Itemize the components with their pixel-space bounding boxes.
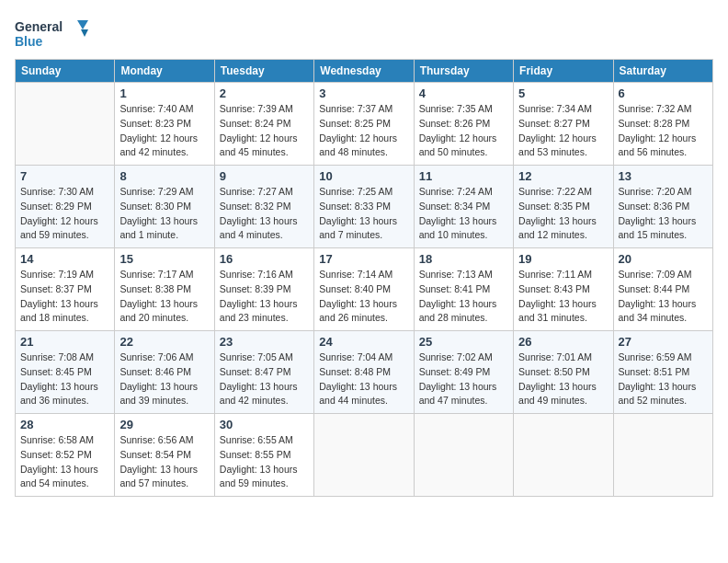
day-number: 3 xyxy=(319,86,408,100)
day-detail: Sunrise: 7:24 AMSunset: 8:34 PMDaylight:… xyxy=(419,185,508,243)
calendar-week-1: 1Sunrise: 7:40 AMSunset: 8:23 PMDaylight… xyxy=(16,83,713,166)
day-detail: Sunrise: 7:37 AMSunset: 8:25 PMDaylight:… xyxy=(319,102,408,160)
day-detail: Sunrise: 7:32 AMSunset: 8:28 PMDaylight:… xyxy=(619,102,708,160)
day-detail: Sunrise: 7:13 AMSunset: 8:41 PMDaylight:… xyxy=(419,268,508,326)
calendar-header-row: SundayMondayTuesdayWednesdayThursdayFrid… xyxy=(16,60,713,83)
day-number: 25 xyxy=(419,335,508,349)
header-wednesday: Wednesday xyxy=(314,60,414,83)
day-detail: Sunrise: 7:05 AMSunset: 8:47 PMDaylight:… xyxy=(220,350,309,408)
calendar-week-4: 21Sunrise: 7:08 AMSunset: 8:45 PMDayligh… xyxy=(16,331,713,414)
calendar-cell: 15Sunrise: 7:17 AMSunset: 8:38 PMDayligh… xyxy=(115,248,214,331)
day-detail: Sunrise: 7:35 AMSunset: 8:26 PMDaylight:… xyxy=(419,102,508,160)
day-detail: Sunrise: 7:22 AMSunset: 8:35 PMDaylight:… xyxy=(518,185,608,243)
day-detail: Sunrise: 7:27 AMSunset: 8:32 PMDaylight:… xyxy=(220,185,309,243)
calendar-cell: 10Sunrise: 7:25 AMSunset: 8:33 PMDayligh… xyxy=(314,166,414,248)
day-detail: Sunrise: 7:04 AMSunset: 8:48 PMDaylight:… xyxy=(319,350,408,408)
day-number: 22 xyxy=(119,335,209,349)
calendar-cell: 30Sunrise: 6:55 AMSunset: 8:55 PMDayligh… xyxy=(214,414,313,497)
day-number: 15 xyxy=(119,252,209,266)
day-detail: Sunrise: 7:11 AMSunset: 8:43 PMDaylight:… xyxy=(518,268,608,326)
calendar-cell xyxy=(16,83,115,166)
day-number: 23 xyxy=(220,335,309,349)
day-number: 27 xyxy=(619,335,708,349)
day-number: 7 xyxy=(20,169,109,183)
calendar-cell: 4Sunrise: 7:35 AMSunset: 8:26 PMDaylight… xyxy=(414,83,513,166)
header-saturday: Saturday xyxy=(613,60,712,83)
day-number: 8 xyxy=(119,169,209,183)
calendar-cell xyxy=(613,414,712,497)
header-sunday: Sunday xyxy=(16,60,115,83)
day-number: 19 xyxy=(518,252,608,266)
day-detail: Sunrise: 7:29 AMSunset: 8:30 PMDaylight:… xyxy=(119,185,209,243)
calendar-cell: 6Sunrise: 7:32 AMSunset: 8:28 PMDaylight… xyxy=(613,83,712,166)
day-number: 10 xyxy=(319,169,408,183)
calendar-cell: 18Sunrise: 7:13 AMSunset: 8:41 PMDayligh… xyxy=(414,248,513,331)
day-number: 11 xyxy=(419,169,508,183)
day-number: 1 xyxy=(119,86,209,100)
day-detail: Sunrise: 7:25 AMSunset: 8:33 PMDaylight:… xyxy=(319,185,408,243)
day-detail: Sunrise: 7:09 AMSunset: 8:44 PMDaylight:… xyxy=(619,268,708,326)
calendar-week-2: 7Sunrise: 7:30 AMSunset: 8:29 PMDaylight… xyxy=(16,166,713,248)
calendar-cell: 29Sunrise: 6:56 AMSunset: 8:54 PMDayligh… xyxy=(115,414,214,497)
calendar-cell: 13Sunrise: 7:20 AMSunset: 8:36 PMDayligh… xyxy=(613,166,712,248)
svg-text:Blue: Blue xyxy=(15,34,43,49)
calendar-week-3: 14Sunrise: 7:19 AMSunset: 8:37 PMDayligh… xyxy=(16,248,713,331)
calendar-cell xyxy=(414,414,513,497)
day-number: 28 xyxy=(20,418,109,431)
calendar-cell: 7Sunrise: 7:30 AMSunset: 8:29 PMDaylight… xyxy=(16,166,115,248)
calendar-cell: 14Sunrise: 7:19 AMSunset: 8:37 PMDayligh… xyxy=(16,248,115,331)
day-number: 24 xyxy=(319,335,408,349)
day-detail: Sunrise: 6:59 AMSunset: 8:51 PMDaylight:… xyxy=(619,350,708,408)
day-detail: Sunrise: 7:14 AMSunset: 8:40 PMDaylight:… xyxy=(319,268,408,326)
svg-marker-2 xyxy=(77,20,88,29)
day-number: 18 xyxy=(419,252,508,266)
day-detail: Sunrise: 7:20 AMSunset: 8:36 PMDaylight:… xyxy=(619,185,708,243)
logo: General Blue xyxy=(15,15,88,52)
svg-marker-3 xyxy=(81,29,88,37)
header-monday: Monday xyxy=(115,60,214,83)
calendar-cell: 1Sunrise: 7:40 AMSunset: 8:23 PMDaylight… xyxy=(115,83,214,166)
day-number: 5 xyxy=(518,86,608,100)
calendar-cell: 19Sunrise: 7:11 AMSunset: 8:43 PMDayligh… xyxy=(514,248,613,331)
day-number: 4 xyxy=(419,86,508,100)
calendar-cell: 12Sunrise: 7:22 AMSunset: 8:35 PMDayligh… xyxy=(514,166,613,248)
day-number: 14 xyxy=(20,252,109,266)
calendar-cell: 26Sunrise: 7:01 AMSunset: 8:50 PMDayligh… xyxy=(514,331,613,414)
day-detail: Sunrise: 6:55 AMSunset: 8:55 PMDaylight:… xyxy=(220,433,309,491)
day-detail: Sunrise: 6:56 AMSunset: 8:54 PMDaylight:… xyxy=(119,433,209,491)
calendar-cell: 16Sunrise: 7:16 AMSunset: 8:39 PMDayligh… xyxy=(214,248,313,331)
day-detail: Sunrise: 7:39 AMSunset: 8:24 PMDaylight:… xyxy=(220,102,309,160)
svg-text:General: General xyxy=(15,19,63,34)
header-thursday: Thursday xyxy=(414,60,513,83)
calendar-cell: 21Sunrise: 7:08 AMSunset: 8:45 PMDayligh… xyxy=(16,331,115,414)
calendar-table: SundayMondayTuesdayWednesdayThursdayFrid… xyxy=(15,59,713,497)
day-number: 26 xyxy=(518,335,608,349)
calendar-week-5: 28Sunrise: 6:58 AMSunset: 8:52 PMDayligh… xyxy=(16,414,713,497)
calendar-cell: 25Sunrise: 7:02 AMSunset: 8:49 PMDayligh… xyxy=(414,331,513,414)
day-detail: Sunrise: 7:19 AMSunset: 8:37 PMDaylight:… xyxy=(20,268,109,326)
day-detail: Sunrise: 7:40 AMSunset: 8:23 PMDaylight:… xyxy=(119,102,209,160)
calendar-cell: 20Sunrise: 7:09 AMSunset: 8:44 PMDayligh… xyxy=(613,248,712,331)
day-detail: Sunrise: 7:34 AMSunset: 8:27 PMDaylight:… xyxy=(518,102,608,160)
calendar-cell: 27Sunrise: 6:59 AMSunset: 8:51 PMDayligh… xyxy=(613,331,712,414)
day-detail: Sunrise: 7:08 AMSunset: 8:45 PMDaylight:… xyxy=(20,350,109,408)
day-detail: Sunrise: 7:06 AMSunset: 8:46 PMDaylight:… xyxy=(119,350,209,408)
day-number: 29 xyxy=(119,418,209,431)
calendar-cell: 17Sunrise: 7:14 AMSunset: 8:40 PMDayligh… xyxy=(314,248,414,331)
day-number: 16 xyxy=(220,252,309,266)
calendar-cell: 8Sunrise: 7:29 AMSunset: 8:30 PMDaylight… xyxy=(115,166,214,248)
calendar-cell: 22Sunrise: 7:06 AMSunset: 8:46 PMDayligh… xyxy=(115,331,214,414)
day-number: 2 xyxy=(220,86,309,100)
day-number: 13 xyxy=(619,169,708,183)
day-number: 9 xyxy=(220,169,309,183)
day-detail: Sunrise: 7:16 AMSunset: 8:39 PMDaylight:… xyxy=(220,268,309,326)
day-number: 6 xyxy=(619,86,708,100)
header-tuesday: Tuesday xyxy=(214,60,313,83)
logo-svg: General Blue xyxy=(15,15,88,52)
day-number: 21 xyxy=(20,335,109,349)
day-number: 30 xyxy=(220,418,309,431)
calendar-cell: 24Sunrise: 7:04 AMSunset: 8:48 PMDayligh… xyxy=(314,331,414,414)
calendar-cell xyxy=(314,414,414,497)
calendar-cell: 3Sunrise: 7:37 AMSunset: 8:25 PMDaylight… xyxy=(314,83,414,166)
day-detail: Sunrise: 7:01 AMSunset: 8:50 PMDaylight:… xyxy=(518,350,608,408)
